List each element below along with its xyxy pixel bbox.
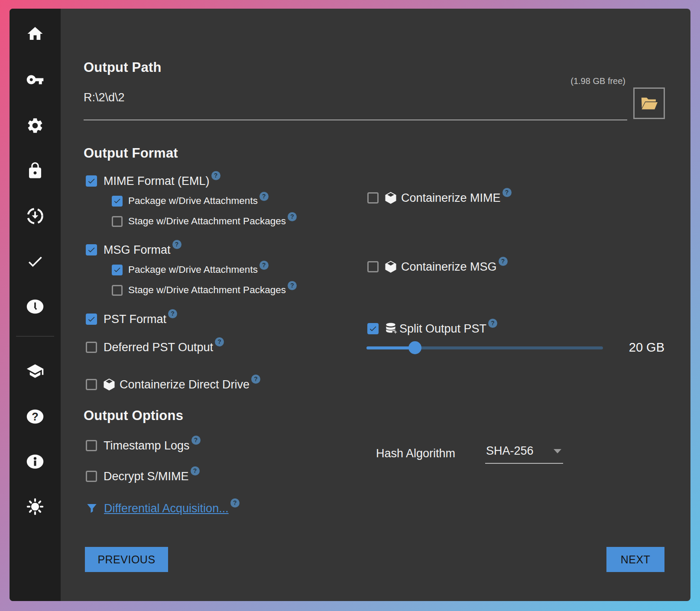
- previous-button[interactable]: PREVIOUS: [85, 547, 168, 572]
- folder-open-icon: [639, 94, 659, 113]
- decrypt-smime-row: Decrypt S/MIME: [86, 469, 200, 484]
- mime-stage-label: Stage w/Drive Attachment Packages: [128, 216, 286, 227]
- sidebar: ?: [10, 9, 61, 601]
- svg-text:?: ?: [32, 411, 39, 423]
- containerize-direct-drive-row: Containerize Direct Drive: [86, 377, 260, 392]
- split-pst-label: Split Output PST: [399, 322, 486, 336]
- brightness-sun-icon[interactable]: [25, 497, 45, 517]
- help-icon[interactable]: [499, 257, 508, 266]
- education-cap-icon[interactable]: [25, 361, 45, 381]
- clock-icon[interactable]: [25, 297, 45, 317]
- containerize-msg-row: Containerize MSG: [367, 259, 508, 275]
- help-icon[interactable]: [172, 240, 181, 249]
- mime-package-row: Package w/Drive Attachments: [112, 193, 269, 209]
- pst-format-checkbox[interactable]: [86, 314, 97, 325]
- free-space-label: (1.98 GB free): [503, 76, 625, 86]
- mime-format-label: MIME Format (EML): [104, 175, 210, 188]
- download-circle-icon[interactable]: [25, 206, 45, 226]
- container-cube-icon: [384, 191, 398, 205]
- containerize-mime-label: Containerize MIME: [401, 191, 501, 205]
- containerize-direct-drive-checkbox[interactable]: [86, 379, 97, 390]
- msg-stage-checkbox[interactable]: [112, 285, 123, 296]
- hash-algorithm-label: Hash Algorithm: [376, 447, 455, 460]
- msg-format-label: MSG Format: [104, 243, 171, 257]
- help-icon[interactable]: [191, 466, 200, 475]
- settings-gear-icon[interactable]: [25, 116, 45, 136]
- mime-package-checkbox[interactable]: [112, 196, 123, 207]
- info-circle-icon[interactable]: [25, 452, 45, 472]
- msg-format-row: MSG Format: [86, 242, 181, 258]
- help-icon[interactable]: [191, 436, 201, 445]
- mime-format-row: MIME Format (EML): [86, 173, 220, 189]
- container-cube-icon: [384, 260, 398, 274]
- decrypt-smime-label: Decrypt S/MIME: [104, 470, 189, 483]
- help-icon[interactable]: [251, 375, 260, 384]
- decrypt-smime-checkbox[interactable]: [86, 471, 97, 482]
- deferred-pst-checkbox[interactable]: [86, 342, 97, 353]
- container-cube-icon: [102, 378, 116, 391]
- help-circle-icon[interactable]: ?: [25, 407, 45, 427]
- home-icon[interactable]: [25, 24, 45, 44]
- help-icon[interactable]: [211, 171, 220, 180]
- output-options-title: Output Options: [84, 408, 183, 423]
- next-button[interactable]: NEXT: [606, 547, 664, 572]
- timestamp-logs-checkbox[interactable]: [86, 440, 97, 451]
- hash-algorithm-select[interactable]: SHA-256: [485, 444, 563, 464]
- msg-format-checkbox[interactable]: [86, 244, 97, 255]
- containerize-direct-drive-label: Containerize Direct Drive: [120, 378, 250, 391]
- help-icon[interactable]: [259, 192, 269, 201]
- help-icon[interactable]: [502, 188, 512, 197]
- mime-stage-row: Stage w/Drive Attachment Packages: [112, 213, 297, 229]
- help-icon[interactable]: [230, 498, 240, 508]
- database-plus-icon: [384, 322, 398, 336]
- containerize-mime-checkbox[interactable]: [367, 192, 379, 204]
- pst-format-label: PST Format: [104, 313, 166, 326]
- containerize-msg-label: Containerize MSG: [401, 260, 497, 274]
- browse-folder-button[interactable]: [633, 87, 665, 119]
- help-icon[interactable]: [215, 337, 224, 346]
- help-icon[interactable]: [288, 212, 297, 221]
- split-size-value: 20 GB: [607, 340, 664, 355]
- split-size-slider[interactable]: [366, 341, 603, 354]
- output-path-title: Output Path: [84, 60, 162, 75]
- app-window: ? Output Path (1.98 GB free) R:\2\d\2 Ou…: [10, 9, 690, 601]
- deferred-pst-label: Deferred PST Output: [104, 341, 213, 354]
- split-slider-thumb[interactable]: [408, 341, 421, 354]
- timestamp-logs-label: Timestamp Logs: [104, 439, 190, 453]
- msg-package-row: Package w/Drive Attachments: [112, 262, 269, 278]
- differential-acquisition-link[interactable]: Differential Acquisition...: [104, 502, 229, 515]
- output-format-title: Output Format: [84, 145, 178, 161]
- msg-package-checkbox[interactable]: [112, 265, 123, 275]
- timestamp-logs-row: Timestamp Logs: [86, 438, 201, 453]
- sidebar-divider: [16, 336, 54, 336]
- output-path-input[interactable]: R:\2\d\2: [84, 91, 125, 104]
- split-pst-checkbox[interactable]: [367, 323, 379, 334]
- output-path-underline: [84, 120, 627, 120]
- msg-stage-row: Stage w/Drive Attachment Packages: [112, 282, 297, 298]
- split-pst-row: Split Output PST: [367, 321, 497, 336]
- pst-format-row: PST Format: [86, 311, 177, 327]
- help-icon[interactable]: [488, 319, 497, 328]
- hash-algorithm-value: SHA-256: [486, 444, 534, 458]
- differential-acquisition-row: Differential Acquisition...: [86, 501, 240, 516]
- deferred-pst-row: Deferred PST Output: [86, 339, 224, 355]
- help-icon[interactable]: [168, 309, 177, 318]
- check-icon[interactable]: [25, 252, 45, 272]
- chevron-down-icon: [554, 449, 561, 453]
- mime-stage-checkbox[interactable]: [112, 216, 123, 227]
- msg-package-label: Package w/Drive Attachments: [128, 264, 258, 275]
- help-icon[interactable]: [288, 281, 297, 290]
- split-slider-fill: [366, 346, 415, 349]
- containerize-mime-row: Containerize MIME: [367, 190, 512, 206]
- lock-icon[interactable]: [25, 161, 45, 181]
- mime-package-label: Package w/Drive Attachments: [128, 195, 258, 207]
- help-icon[interactable]: [259, 261, 269, 270]
- key-icon[interactable]: [25, 70, 45, 90]
- filter-funnel-icon: [86, 502, 98, 514]
- msg-stage-label: Stage w/Drive Attachment Packages: [128, 284, 286, 296]
- mime-format-checkbox[interactable]: [86, 175, 97, 187]
- containerize-msg-checkbox[interactable]: [367, 261, 379, 272]
